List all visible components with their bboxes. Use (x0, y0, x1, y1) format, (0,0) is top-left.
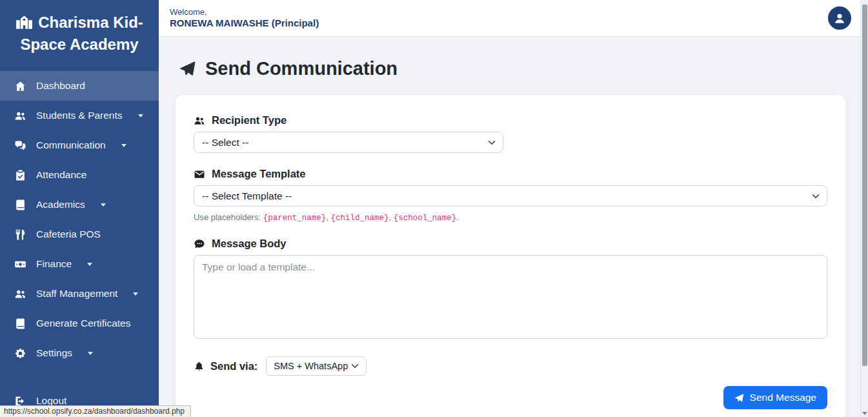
brand-title: Charisma Kid-Space Academy (20, 14, 143, 53)
users-icon (14, 110, 26, 122)
topbar: Welcome, RONEWA MAIWASHE (Principal) (159, 0, 868, 37)
message-template-label: Message Template (194, 168, 827, 180)
recipient-type-select[interactable]: -- Select -- (194, 132, 503, 153)
sidebar-nav: Dashboard Students & Parents Communicati… (0, 71, 159, 368)
message-template-select[interactable]: -- Select Template -- (194, 185, 827, 207)
sidebar-item-dashboard[interactable]: Dashboard (0, 71, 159, 101)
sidebar-item-attendance[interactable]: Attendance (0, 160, 159, 190)
sidebar-item-label: Dashboard (36, 80, 85, 92)
chevron-down-icon (138, 114, 143, 117)
message-body-group: Message Body (194, 238, 827, 341)
home-icon (14, 80, 26, 92)
brand: Charisma Kid-Space Academy (0, 0, 159, 66)
sidebar-item-finance[interactable]: Finance (0, 249, 159, 279)
content: Send Communication Recipient Type -- Sel… (159, 37, 868, 417)
sidebar: Charisma Kid-Space Academy Dashboard Stu… (0, 0, 159, 417)
chevron-down-icon (121, 144, 126, 147)
chevron-down-icon (133, 292, 138, 296)
send-via-label: Send via: (194, 360, 257, 372)
sidebar-item-label: Academics (36, 199, 85, 210)
message-template-label-text: Message Template (212, 168, 306, 180)
sidebar-item-cafeteria-pos[interactable]: Cafeteria POS (0, 219, 159, 249)
sidebar-item-label: Students & Parents (36, 110, 123, 121)
recipient-type-label-text: Recipient Type (212, 114, 287, 127)
scrollbar[interactable] (860, 0, 868, 417)
chevron-down-icon (87, 263, 92, 266)
chevron-down-icon (101, 203, 106, 207)
recipient-type-label: Recipient Type (194, 114, 827, 127)
scrollbar-thumb[interactable] (862, 5, 867, 366)
comment-dots-icon (194, 238, 205, 250)
sidebar-item-label: Generate Certificates (36, 318, 130, 329)
chevron-down-icon (88, 352, 93, 355)
send-via-select[interactable]: SMS + WhatsApp (266, 356, 367, 376)
page-title: Send Communication (179, 58, 845, 79)
message-body-label-text: Message Body (212, 238, 287, 250)
money-bill-icon (14, 258, 26, 270)
person-icon (832, 10, 847, 26)
certificate-book-icon (14, 318, 26, 330)
welcome-block: Welcome, RONEWA MAIWASHE (Principal) (170, 7, 319, 29)
sidebar-item-students-parents[interactable]: Students & Parents (0, 101, 159, 130)
placeholder-code: {parent_name} (263, 214, 327, 223)
sidebar-item-academics[interactable]: Academics (0, 190, 159, 219)
sidebar-item-label: Communication (36, 139, 106, 151)
sidebar-item-label: Finance (36, 258, 72, 270)
send-message-button[interactable]: Send Message (723, 386, 827, 409)
sidebar-item-label: Settings (36, 347, 72, 359)
placeholder-code: {child_name} (330, 214, 389, 223)
sidebar-item-label: Attendance (36, 169, 86, 181)
user-name: RONEWA MAIWASHE (Principal) (170, 17, 319, 29)
gear-icon (14, 347, 26, 360)
utensils-icon (14, 229, 26, 241)
message-body-label: Message Body (194, 238, 827, 250)
placeholder-code: {school_name} (394, 214, 457, 223)
paper-plane-icon (734, 393, 744, 403)
clipboard-check-icon (14, 169, 26, 181)
user-avatar-button[interactable] (828, 6, 851, 30)
welcome-text: Welcome, (170, 7, 319, 17)
main-area: Welcome, RONEWA MAIWASHE (Principal) Sen… (159, 0, 868, 417)
sidebar-item-settings[interactable]: Settings (0, 338, 159, 368)
message-template-group: Message Template -- Select Template -- U… (194, 168, 827, 223)
submit-row: Send Message (194, 386, 827, 409)
comments-icon (14, 139, 26, 152)
send-via-label-text: Send via: (210, 360, 257, 372)
book-icon (14, 199, 26, 211)
sidebar-item-label: Staff Management (36, 288, 117, 300)
placeholders-hint: Use placeholders: {parent_name}, {child_… (194, 212, 827, 223)
message-body-textarea[interactable] (194, 255, 827, 339)
sidebar-item-generate-certificates[interactable]: Generate Certificates (0, 309, 159, 338)
status-url-tooltip: https://school.opsify.co.za/dashboard/da… (0, 405, 191, 417)
recipient-type-group: Recipient Type -- Select -- (194, 114, 827, 153)
school-icon (15, 13, 33, 35)
sidebar-item-communication[interactable]: Communication (0, 130, 159, 160)
send-message-button-label: Send Message (750, 392, 816, 403)
paper-plane-icon (179, 60, 196, 77)
send-via-row: Send via: SMS + WhatsApp (194, 356, 827, 376)
sidebar-item-label: Cafeteria POS (36, 229, 101, 240)
bell-icon (194, 361, 205, 372)
envelope-icon (194, 168, 205, 180)
users-icon (194, 115, 205, 127)
send-communication-card: Recipient Type -- Select -- Message Temp… (176, 95, 845, 417)
page-title-text: Send Communication (205, 58, 398, 79)
users-icon (14, 288, 26, 300)
sidebar-item-staff-management[interactable]: Staff Management (0, 279, 159, 309)
scroll-down-arrow-icon[interactable] (862, 412, 867, 415)
